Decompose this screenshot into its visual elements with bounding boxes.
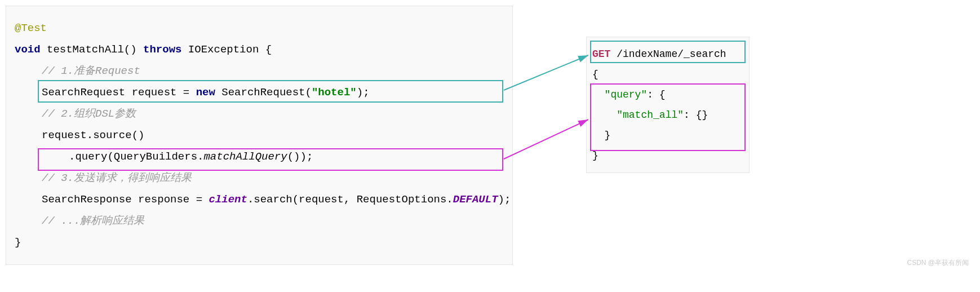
code-line-request: SearchRequest request = new SearchReques… — [15, 82, 504, 103]
code-comment-1: // 1.准备Request — [15, 60, 504, 82]
code-line-query: .query(QueryBuilders.matchAllQuery()); — [15, 146, 504, 167]
watermark: CSDN @卒获有所闻 — [907, 258, 969, 268]
java-code-panel: @Test void testMatchAll() throws IOExcep… — [6, 6, 513, 265]
code-comment-4: // ...解析响应结果 — [15, 210, 504, 232]
dsl-query-line: "query": { — [592, 85, 743, 105]
dsl-brace-close: } — [592, 145, 743, 166]
code-comment-3: // 3.发送请求，得到响应结果 — [15, 167, 504, 189]
dsl-brace-open: { — [592, 64, 743, 85]
dsl-http-line: GET /indexName/_search — [592, 44, 743, 64]
diagram-container: @Test void testMatchAll() throws IOExcep… — [6, 6, 974, 265]
code-line-source: request.source() — [15, 125, 504, 146]
dsl-matchall-line: "match_all": {} — [592, 105, 743, 125]
code-comment-2: // 2.组织DSL参数 — [15, 103, 504, 125]
dsl-panel: GET /indexName/_search { "query": { "mat… — [586, 37, 750, 173]
code-line-annotation: @Test — [15, 17, 504, 39]
code-line-signature: void testMatchAll() throws IOException { — [15, 39, 504, 60]
dsl-inner-close: } — [592, 125, 743, 145]
code-line-close: } — [15, 232, 504, 253]
code-line-response: SearchResponse response = client.search(… — [15, 189, 504, 210]
